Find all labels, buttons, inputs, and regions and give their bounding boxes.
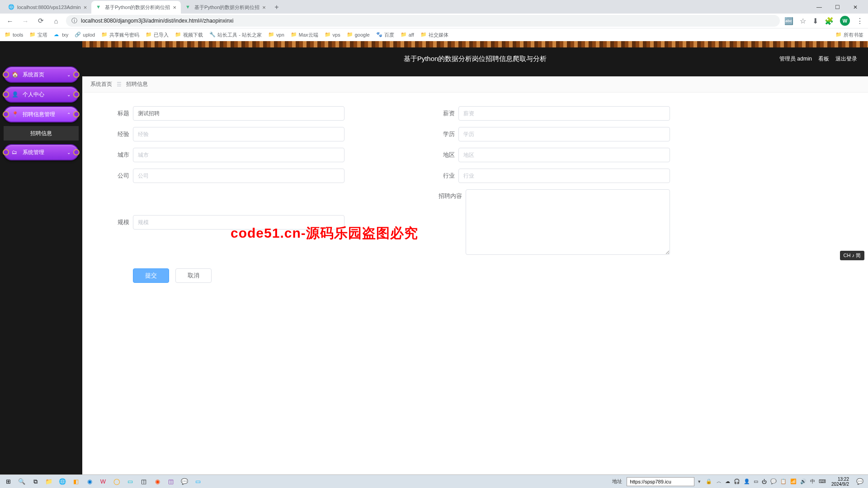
bookmark-google[interactable]: 📁google — [347, 32, 370, 38]
bookmark-import[interactable]: 📁已导入 — [146, 32, 169, 38]
lock-icon[interactable]: 🔒 — [706, 479, 712, 484]
home-button[interactable]: ⌂ — [51, 15, 61, 26]
app-icon[interactable]: ▭ — [193, 476, 203, 487]
bookmark-social[interactable]: 📁社交媒体 — [420, 32, 448, 38]
start-button[interactable]: ⊞ — [3, 476, 14, 487]
tray-icon[interactable]: ⏻ — [762, 479, 767, 484]
sublime-icon[interactable]: ◧ — [71, 476, 81, 487]
tray-icon[interactable]: ⌨ — [819, 479, 826, 484]
close-icon[interactable]: × — [84, 4, 87, 11]
input-region[interactable] — [458, 148, 670, 162]
cancel-button[interactable]: 取消 — [175, 268, 212, 283]
app-icon[interactable]: W — [98, 476, 108, 487]
reload-button[interactable]: ⟳ — [35, 15, 46, 26]
admin-label[interactable]: 管理员 admin — [779, 55, 812, 63]
download-icon[interactable]: ⬇ — [812, 17, 818, 25]
edge-icon[interactable]: ◉ — [84, 476, 95, 487]
input-company[interactable] — [133, 169, 344, 183]
sidebar-item-home[interactable]: 🏠 系统首页 ⌄ — [4, 66, 79, 83]
tray-icon[interactable]: 📋 — [780, 479, 787, 484]
bookmark-max[interactable]: 📁Max云端 — [291, 32, 318, 38]
all-bookmarks[interactable]: 📁所有书签 — [835, 32, 863, 38]
input-exp[interactable] — [133, 127, 344, 141]
home-icon: 🏠 — [12, 71, 18, 78]
bookmark-aff[interactable]: 📁aff — [401, 32, 414, 38]
sidebar-item-profile[interactable]: 👤 个人中心 ⌄ — [4, 86, 79, 103]
taskbar-url-input[interactable] — [627, 477, 694, 486]
tray-icon[interactable]: ▭ — [754, 479, 758, 484]
translate-icon[interactable]: 🔤 — [784, 17, 793, 25]
taskbar-clock[interactable]: 13:22 2024/9/2 — [829, 477, 852, 487]
bookmark-vpn[interactable]: 📁vpn — [268, 32, 284, 38]
network-icon[interactable]: 📶 — [790, 479, 797, 484]
sidebar-subitem-recruit-info[interactable]: 招聘信息 — [4, 126, 79, 141]
search-icon[interactable]: 🔍 — [16, 476, 27, 487]
close-icon[interactable]: × — [262, 4, 266, 11]
sidebar-label: 个人中心 — [23, 91, 44, 99]
generic-favicon-icon: 🌐 — [8, 4, 14, 10]
close-window-button[interactable]: ✕ — [849, 1, 862, 14]
tray-chevron-icon[interactable]: ︿ — [717, 478, 722, 485]
notification-icon[interactable]: 💬 — [854, 476, 865, 487]
input-salary[interactable] — [458, 106, 670, 121]
browser-tab-2[interactable]: ▼ 基于Python的数据分析岗位招 × — [181, 1, 270, 14]
input-industry[interactable] — [458, 169, 670, 183]
tray-icon[interactable]: 💬 — [770, 479, 777, 484]
window-controls: — ☐ ✕ — [807, 1, 868, 14]
bookmark-baidu[interactable]: 🐾百度 — [376, 32, 394, 38]
menu-icon[interactable]: ⋮ — [856, 17, 863, 25]
bookmark-tools[interactable]: 📁tools — [5, 32, 23, 38]
taskview-icon[interactable]: ⧉ — [30, 476, 41, 487]
form-row-region: 地区 — [435, 148, 670, 162]
sidebar-item-recruit[interactable]: 📍 招聘信息管理 ⌃ — [4, 106, 79, 122]
bookmark-star-icon[interactable]: ☆ — [800, 17, 806, 25]
bookmark-baota[interactable]: 📁宝塔 — [29, 32, 47, 38]
maximize-button[interactable]: ☐ — [831, 1, 844, 14]
app-icon[interactable]: ◫ — [165, 476, 176, 487]
volume-icon[interactable]: 🔊 — [800, 479, 807, 484]
submit-button[interactable]: 提交 — [133, 268, 169, 283]
site-info-icon[interactable]: ⓘ — [71, 17, 77, 25]
bookmark-chinaz[interactable]: 🔧站长工具 - 站长之家 — [209, 32, 262, 38]
app-icon[interactable]: ▭ — [125, 476, 136, 487]
chrome-icon[interactable]: 🌐 — [57, 476, 68, 487]
logout-link[interactable]: 退出登录 — [835, 55, 857, 63]
textarea-content[interactable] — [466, 189, 670, 255]
wechat-icon[interactable]: 💬 — [179, 476, 190, 487]
profile-avatar[interactable]: W — [840, 16, 850, 26]
kanban-link[interactable]: 看板 — [818, 55, 829, 63]
input-scale[interactable] — [133, 215, 344, 230]
bookmark-shared[interactable]: 📁共享账号密码 — [101, 32, 139, 38]
tray-icon[interactable]: ☁ — [725, 479, 730, 484]
tray-icon[interactable]: 🎧 — [734, 479, 740, 484]
input-city[interactable] — [133, 148, 344, 162]
close-icon[interactable]: × — [173, 4, 177, 11]
app-icon[interactable]: ◉ — [152, 476, 163, 487]
main-content: 基于Python的数据分析岗位招聘信息爬取与分析 管理员 admin 看板 退出… — [82, 41, 868, 474]
input-title[interactable] — [133, 106, 344, 121]
tray-icon[interactable]: 👤 — [744, 479, 750, 484]
folder-icon: 📁 — [835, 32, 842, 38]
bookmark-vps[interactable]: 📁vps — [325, 32, 340, 38]
tab-title: 基于Python的数据分析岗位招 — [194, 4, 259, 11]
explorer-icon[interactable]: 📁 — [43, 476, 54, 487]
bookmark-video[interactable]: 📁视频下载 — [175, 32, 203, 38]
url-input[interactable]: ⓘ localhost:8080/djangom3j3i/admin/dist/… — [66, 15, 780, 27]
bookmark-txy[interactable]: ☁txy — [54, 32, 68, 38]
extensions-icon[interactable]: 🧩 — [825, 17, 834, 25]
input-edu[interactable] — [458, 127, 670, 141]
ime-badge[interactable]: CH ♪ 简 — [840, 251, 865, 260]
ime-lang-icon[interactable]: 中 — [810, 478, 815, 485]
forward-button[interactable]: → — [20, 15, 31, 26]
app-icon[interactable]: ◫ — [138, 476, 149, 487]
sidebar-item-system[interactable]: 🗂 系统管理 ⌄ — [4, 144, 79, 160]
browser-tab-0[interactable]: 🌐 localhost:8800/vps123Admin × — [4, 1, 91, 14]
breadcrumb-home[interactable]: 系统首页 — [90, 80, 112, 88]
bookmark-uplod[interactable]: 🔗uplod — [75, 32, 95, 38]
new-tab-button[interactable]: + — [270, 1, 283, 14]
back-button[interactable]: ← — [5, 15, 15, 26]
minimize-button[interactable]: — — [813, 1, 826, 14]
browser-tab-1[interactable]: ▼ 基于Python的数据分析岗位招 × — [91, 1, 181, 14]
app-icon[interactable]: ◯ — [111, 476, 122, 487]
dropdown-icon[interactable]: ▼ — [697, 479, 701, 484]
